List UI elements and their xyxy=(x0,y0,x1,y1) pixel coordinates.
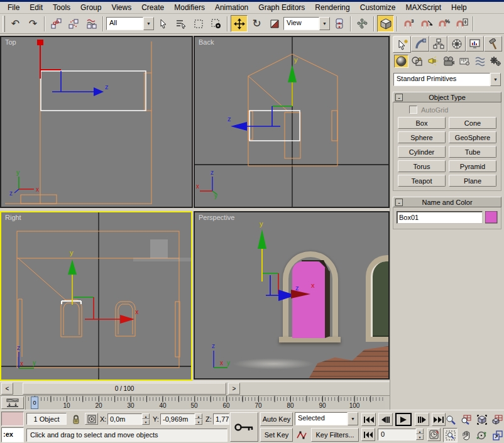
time-slider-prev-button[interactable]: < xyxy=(1,383,13,395)
geosphere-button[interactable]: GeoSphere xyxy=(449,131,496,143)
category-cameras-button[interactable] xyxy=(441,55,456,68)
menu-views[interactable]: Views xyxy=(106,3,136,13)
zoom-region-button[interactable] xyxy=(443,428,457,442)
select-and-rotate-button[interactable]: ↻ xyxy=(248,15,265,32)
autogrid-checkbox[interactable] xyxy=(409,106,417,114)
set-keys-button[interactable] xyxy=(230,412,258,442)
viewport-back[interactable]: Back y z z x y xyxy=(194,36,390,208)
tab-create[interactable] xyxy=(393,36,411,53)
spinner-snap-button[interactable] xyxy=(453,15,470,32)
maxscript-listener-field[interactable]: :ex xyxy=(1,427,24,442)
object-color-swatch[interactable] xyxy=(485,211,498,224)
dropdown-arrow-icon[interactable]: ▼ xyxy=(348,412,358,425)
absolute-mode-toggle[interactable] xyxy=(85,413,98,425)
select-by-name-button[interactable] xyxy=(172,15,189,32)
y-coordinate-field[interactable]: -0,969m xyxy=(160,413,195,425)
dropdown-arrow-icon[interactable]: ▼ xyxy=(490,73,501,86)
menu-tools[interactable]: Tools xyxy=(48,3,75,13)
selection-lock-toggle[interactable] xyxy=(70,413,82,425)
sphere-button[interactable]: Sphere xyxy=(398,131,446,143)
category-spacewarps-button[interactable] xyxy=(473,55,487,68)
current-frame-field[interactable]: 0 xyxy=(378,429,416,440)
object-type-rollout-header[interactable]: - Object Type xyxy=(393,92,501,102)
track-bar-ruler[interactable]: 0 10 20 30 40 50 60 70 80 90 100 0 xyxy=(25,396,385,410)
tab-hierarchy[interactable] xyxy=(429,36,447,52)
next-frame-button[interactable] xyxy=(415,413,429,426)
viewport-top[interactable]: Top z y x z xyxy=(0,36,193,208)
viewport-perspective[interactable]: Perspective y z x z x y xyxy=(194,211,390,380)
macro-recorder-field[interactable] xyxy=(1,412,24,426)
menu-rendering[interactable]: Rendering xyxy=(310,3,354,13)
category-systems-button[interactable] xyxy=(488,55,503,68)
category-geometry-button[interactable] xyxy=(394,55,408,68)
previous-frame-button[interactable] xyxy=(378,413,393,426)
menu-group[interactable]: Group xyxy=(75,3,106,13)
select-and-scale-button[interactable] xyxy=(266,15,283,32)
zoom-all-button[interactable] xyxy=(459,412,473,427)
auto-key-button[interactable]: Auto Key xyxy=(260,412,293,426)
tab-modify[interactable] xyxy=(411,36,429,52)
selection-filter-dropdown[interactable]: All ▼ xyxy=(106,17,154,30)
x-spinner[interactable]: ▲▼ xyxy=(142,413,150,425)
snaps-cube-toggle[interactable] xyxy=(377,15,394,32)
zoom-extents-all-button[interactable] xyxy=(490,412,504,427)
menu-create[interactable]: Create xyxy=(136,3,169,13)
tab-motion[interactable] xyxy=(447,36,466,52)
set-key-button[interactable]: Set Key xyxy=(260,428,293,442)
angle-snap-button[interactable] xyxy=(418,15,435,32)
z-coordinate-field[interactable]: 1,773m xyxy=(213,413,229,425)
percent-snap-button[interactable]: % xyxy=(436,15,452,32)
menu-help[interactable]: Help xyxy=(446,3,472,13)
tab-display[interactable] xyxy=(466,36,484,52)
time-slider-next-button[interactable]: > xyxy=(228,383,240,395)
name-color-rollout-header[interactable]: - Name and Color xyxy=(393,197,501,207)
pan-button[interactable] xyxy=(459,428,473,442)
bind-to-space-warp-button[interactable] xyxy=(83,15,100,32)
menu-edit[interactable]: Edit xyxy=(25,3,48,13)
y-spinner[interactable]: ▲▼ xyxy=(195,413,202,425)
redo-button[interactable]: ↷ xyxy=(25,15,41,32)
rectangular-selection-region-button[interactable] xyxy=(190,15,207,32)
default-in-out-tangent-button[interactable] xyxy=(295,428,309,442)
current-frame-marker[interactable]: 0 xyxy=(31,397,38,409)
teapot-button[interactable]: Teapot xyxy=(398,175,446,187)
key-filters-button[interactable]: Key Filters... xyxy=(311,428,359,442)
select-and-link-button[interactable] xyxy=(48,15,65,32)
maximize-viewport-toggle[interactable] xyxy=(490,428,504,442)
cylinder-button[interactable]: Cylinder xyxy=(398,146,446,158)
window-crossing-button[interactable] xyxy=(207,15,224,32)
time-slider-handle[interactable]: 0 / 100 xyxy=(23,383,226,395)
menu-graph-editors[interactable]: Graph Editors xyxy=(253,3,310,13)
plane-button[interactable]: Plane xyxy=(449,175,496,187)
viewport-right[interactable]: Right y x z xyxy=(0,211,192,381)
menu-modifiers[interactable]: Modifiers xyxy=(169,3,210,13)
undo-button[interactable]: ↶ xyxy=(7,15,24,32)
select-and-move-button[interactable] xyxy=(231,15,248,32)
zoom-button[interactable] xyxy=(443,412,457,427)
go-to-start-button[interactable] xyxy=(361,413,376,426)
menu-customize[interactable]: Customize xyxy=(355,3,401,13)
category-helpers-button[interactable] xyxy=(457,55,471,68)
category-lights-button[interactable] xyxy=(425,55,440,68)
unlink-selection-button[interactable] xyxy=(65,15,82,32)
select-object-button[interactable] xyxy=(155,15,172,32)
snap-toggle-3d-button[interactable]: 3 xyxy=(400,15,417,32)
mini-curve-editor-button[interactable] xyxy=(1,397,24,409)
primitive-category-dropdown[interactable]: Standard Primitives ▼ xyxy=(393,73,501,86)
toolbar-grip[interactable] xyxy=(3,16,5,32)
box01-object[interactable] xyxy=(292,261,325,338)
tube-button[interactable]: Tube xyxy=(449,146,496,158)
time-configuration-button[interactable] xyxy=(427,428,441,441)
x-coordinate-field[interactable]: 0,0m xyxy=(107,413,142,425)
torus-button[interactable]: Torus xyxy=(398,160,446,172)
category-shapes-button[interactable] xyxy=(410,55,424,68)
play-button[interactable] xyxy=(395,413,412,426)
select-and-manipulate-button[interactable] xyxy=(354,15,371,32)
menu-maxscript[interactable]: MAXScript xyxy=(400,3,446,13)
pyramid-button[interactable]: Pyramid xyxy=(449,160,496,172)
reference-coordinate-dropdown[interactable]: View ▼ xyxy=(283,17,330,30)
tab-utilities[interactable] xyxy=(484,36,502,52)
key-mode-dropdown[interactable]: Selected ▼ xyxy=(295,412,358,425)
zoom-extents-button[interactable] xyxy=(474,412,489,427)
object-name-input[interactable]: Box01 xyxy=(397,211,483,224)
